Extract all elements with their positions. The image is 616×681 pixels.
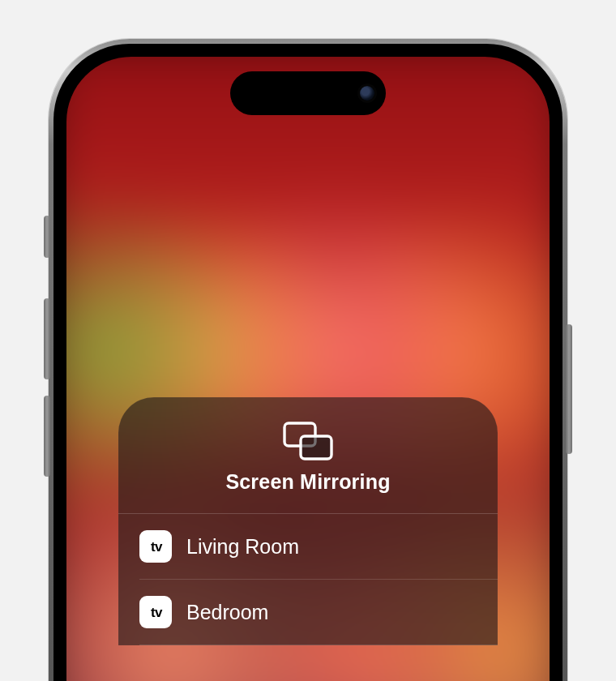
phone-frame: Screen Mirroring tv Living Room tv (49, 39, 567, 681)
device-label: Living Room (186, 535, 299, 559)
volume-down-button[interactable] (44, 396, 50, 477)
divider (139, 645, 498, 645)
panel-title: Screen Mirroring (225, 470, 390, 494)
mute-switch[interactable] (44, 216, 50, 258)
svg-rect-1 (301, 436, 332, 459)
volume-up-button[interactable] (44, 298, 50, 379)
apple-tv-icon: tv (139, 530, 172, 563)
side-button[interactable] (566, 324, 572, 454)
device-bedroom[interactable]: tv Bedroom (118, 580, 498, 645)
dynamic-island (230, 71, 386, 115)
screen-mirroring-panel: Screen Mirroring tv Living Room tv (118, 397, 498, 645)
screen: Screen Mirroring tv Living Room tv (66, 57, 550, 681)
apple-tv-icon: tv (139, 596, 172, 628)
stage: Screen Mirroring tv Living Room tv (0, 0, 616, 681)
device-living-room[interactable]: tv Living Room (118, 514, 498, 579)
device-label: Bedroom (186, 601, 268, 624)
phone-bezel: Screen Mirroring tv Living Room tv (53, 44, 563, 681)
panel-header: Screen Mirroring (118, 397, 498, 513)
screen-mirroring-icon (283, 422, 333, 460)
